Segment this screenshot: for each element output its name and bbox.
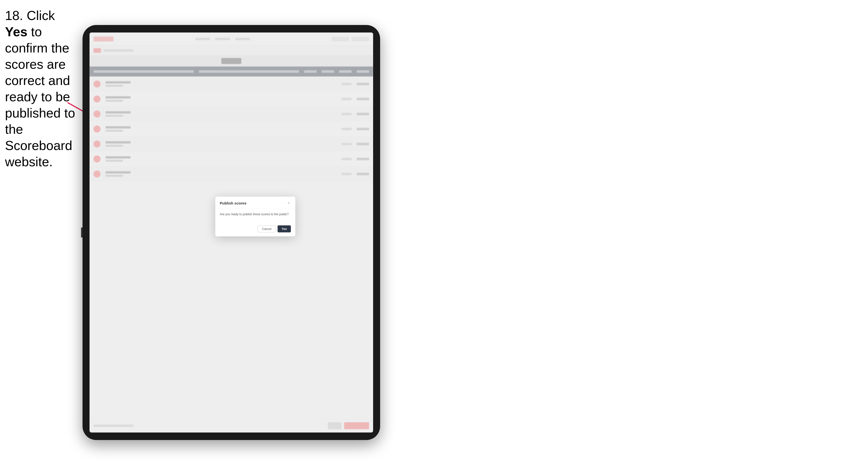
row-score-2 <box>356 83 369 85</box>
app-header-right <box>332 37 369 41</box>
modal-message: Are you ready to publish these scores to… <box>220 212 291 217</box>
row-name <box>105 141 337 147</box>
nav-item-2 <box>215 38 230 40</box>
row-score-2 <box>356 173 369 175</box>
tablet-screen: Publish scores × Are you ready to publis… <box>90 32 373 433</box>
app-footer <box>90 419 373 433</box>
row-avatar <box>94 95 100 102</box>
table-row <box>90 136 373 152</box>
row-avatar <box>94 125 100 132</box>
table-row <box>90 106 373 122</box>
row-name <box>105 156 337 162</box>
row-name <box>105 126 337 132</box>
row-avatar <box>94 156 100 162</box>
row-score-1 <box>342 113 351 115</box>
row-score-2 <box>356 113 369 115</box>
row-name <box>105 171 337 177</box>
row-avatar <box>94 81 100 88</box>
subheader-logo <box>94 48 101 53</box>
row-name <box>105 111 337 117</box>
row-name <box>105 81 337 87</box>
publish-scores-modal: Publish scores × Are you ready to publis… <box>215 197 295 237</box>
instruction-text: 18. Click Yes to confirm the scores are … <box>5 7 78 170</box>
row-score-1 <box>342 83 351 85</box>
row-name <box>105 96 337 102</box>
footer-btn-save <box>328 422 342 429</box>
row-score-2 <box>356 143 369 145</box>
row-avatar <box>94 170 100 178</box>
th-4 <box>321 70 334 73</box>
footer-btn-publish <box>344 422 369 429</box>
th-5 <box>339 70 351 73</box>
step-number: 18. <box>5 8 23 23</box>
row-score-1 <box>342 128 351 130</box>
subheader-text <box>103 49 133 52</box>
modal-title: Publish scores <box>220 201 247 205</box>
yes-button[interactable]: Yes <box>278 225 291 232</box>
instruction-suffix: to confirm the scores are correct and re… <box>5 25 75 169</box>
modal-footer: Cancel Yes <box>215 225 295 237</box>
row-score-2 <box>356 158 369 160</box>
app-toolbar <box>90 56 373 66</box>
table-header <box>90 66 373 76</box>
table-row <box>90 76 373 92</box>
row-avatar <box>94 111 100 118</box>
table-row <box>90 166 373 182</box>
table-row <box>90 92 373 106</box>
header-btn-1 <box>332 37 349 41</box>
app-header <box>90 32 373 45</box>
row-avatar <box>94 141 100 148</box>
app-logo <box>94 36 114 41</box>
tablet-side-button <box>81 227 83 238</box>
tablet-device: Publish scores × Are you ready to publis… <box>83 25 380 440</box>
table-row <box>90 122 373 136</box>
row-score-1 <box>342 173 351 175</box>
row-score-1 <box>342 143 351 145</box>
footer-buttons <box>328 422 369 429</box>
instruction-bold: Yes <box>5 25 28 39</box>
table-row <box>90 152 373 166</box>
modal-body: Are you ready to publish these scores to… <box>215 209 295 225</box>
header-btn-2 <box>351 37 369 41</box>
th-3 <box>304 70 317 73</box>
row-score-1 <box>342 98 351 100</box>
app-nav <box>195 38 250 40</box>
th-6 <box>356 70 369 73</box>
nav-item-3 <box>235 38 250 40</box>
nav-item-1 <box>195 38 210 40</box>
row-score-2 <box>356 98 369 100</box>
row-score-2 <box>356 128 369 130</box>
toolbar-button <box>221 58 241 64</box>
th-1 <box>94 70 194 73</box>
modal-close-button[interactable]: × <box>286 201 291 205</box>
instruction-prefix: Click <box>23 8 55 23</box>
modal-header: Publish scores × <box>215 197 295 209</box>
cancel-button[interactable]: Cancel <box>258 225 276 232</box>
th-2 <box>199 70 299 73</box>
row-score-1 <box>342 158 351 160</box>
app-subheader <box>90 45 373 56</box>
footer-text <box>94 425 133 427</box>
